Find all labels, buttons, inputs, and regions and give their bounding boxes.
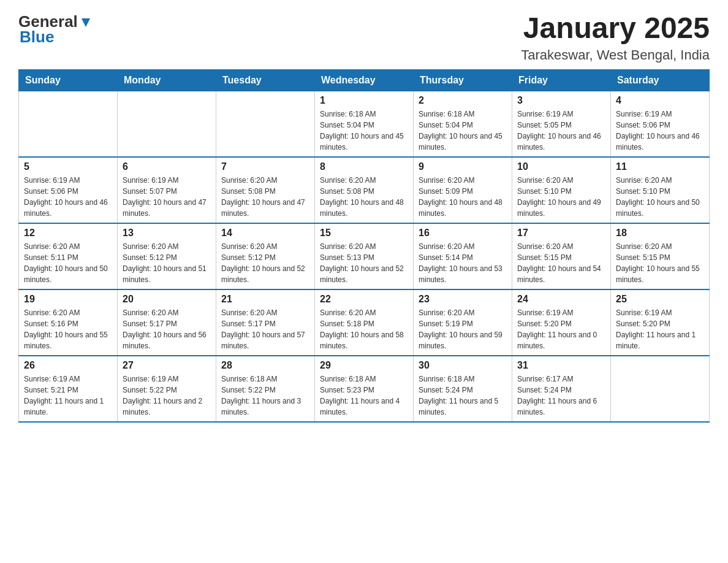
day-info: Sunrise: 6:20 AMSunset: 5:18 PMDaylight:… <box>320 307 408 351</box>
page-title: January 2025 <box>521 12 710 45</box>
day-number: 14 <box>221 228 309 239</box>
day-number: 10 <box>517 161 605 172</box>
calendar-cell: 23Sunrise: 6:20 AMSunset: 5:19 PMDayligh… <box>414 289 512 356</box>
calendar-cell: 20Sunrise: 6:20 AMSunset: 5:17 PMDayligh… <box>118 289 216 356</box>
day-number: 15 <box>320 228 408 239</box>
day-info: Sunrise: 6:20 AMSunset: 5:15 PMDaylight:… <box>517 241 605 285</box>
calendar-cell: 22Sunrise: 6:20 AMSunset: 5:18 PMDayligh… <box>315 289 414 356</box>
day-info: Sunrise: 6:19 AMSunset: 5:06 PMDaylight:… <box>24 175 112 219</box>
day-number: 28 <box>221 360 309 371</box>
day-info: Sunrise: 6:20 AMSunset: 5:10 PMDaylight:… <box>517 175 605 219</box>
day-info: Sunrise: 6:18 AMSunset: 5:22 PMDaylight:… <box>221 373 309 418</box>
svg-marker-0 <box>82 18 90 27</box>
day-number: 23 <box>419 294 507 305</box>
calendar-cell: 9Sunrise: 6:20 AMSunset: 5:09 PMDaylight… <box>414 157 512 223</box>
calendar-cell: 29Sunrise: 6:18 AMSunset: 5:23 PMDayligh… <box>315 356 414 422</box>
calendar-cell: 4Sunrise: 6:19 AMSunset: 5:06 PMDaylight… <box>611 91 710 157</box>
calendar-day-header: Thursday <box>414 69 512 91</box>
calendar-cell: 15Sunrise: 6:20 AMSunset: 5:13 PMDayligh… <box>315 223 414 289</box>
calendar-week-row: 1Sunrise: 6:18 AMSunset: 5:04 PMDaylight… <box>19 91 710 157</box>
day-info: Sunrise: 6:20 AMSunset: 5:10 PMDaylight:… <box>616 175 704 219</box>
day-info: Sunrise: 6:19 AMSunset: 5:21 PMDaylight:… <box>24 373 112 418</box>
calendar-cell: 17Sunrise: 6:20 AMSunset: 5:15 PMDayligh… <box>512 223 611 289</box>
day-number: 30 <box>419 360 507 371</box>
calendar-cell: 11Sunrise: 6:20 AMSunset: 5:10 PMDayligh… <box>611 157 710 223</box>
calendar-day-header: Wednesday <box>315 69 414 91</box>
calendar-cell <box>611 356 710 422</box>
day-number: 11 <box>616 161 704 172</box>
calendar-cell: 7Sunrise: 6:20 AMSunset: 5:08 PMDaylight… <box>216 157 315 223</box>
day-info: Sunrise: 6:20 AMSunset: 5:16 PMDaylight:… <box>24 307 112 351</box>
calendar-cell: 21Sunrise: 6:20 AMSunset: 5:17 PMDayligh… <box>216 289 315 356</box>
day-info: Sunrise: 6:20 AMSunset: 5:11 PMDaylight:… <box>24 241 112 285</box>
page-subtitle: Tarakeswar, West Bengal, India <box>521 47 710 63</box>
calendar-cell: 8Sunrise: 6:20 AMSunset: 5:08 PMDaylight… <box>315 157 414 223</box>
day-number: 18 <box>616 228 704 239</box>
calendar-week-row: 12Sunrise: 6:20 AMSunset: 5:11 PMDayligh… <box>19 223 710 289</box>
day-info: Sunrise: 6:18 AMSunset: 5:04 PMDaylight:… <box>419 109 507 153</box>
day-number: 9 <box>419 161 507 172</box>
calendar-header-row: SundayMondayTuesdayWednesdayThursdayFrid… <box>19 69 710 91</box>
day-info: Sunrise: 6:20 AMSunset: 5:08 PMDaylight:… <box>221 175 309 219</box>
day-info: Sunrise: 6:18 AMSunset: 5:24 PMDaylight:… <box>419 373 507 418</box>
calendar-cell: 12Sunrise: 6:20 AMSunset: 5:11 PMDayligh… <box>19 223 118 289</box>
day-number: 27 <box>123 360 211 371</box>
day-info: Sunrise: 6:20 AMSunset: 5:15 PMDaylight:… <box>616 241 704 285</box>
calendar-cell <box>19 91 118 157</box>
day-info: Sunrise: 6:19 AMSunset: 5:20 PMDaylight:… <box>616 307 704 351</box>
day-number: 2 <box>419 95 507 106</box>
day-number: 31 <box>517 360 605 371</box>
calendar-cell: 3Sunrise: 6:19 AMSunset: 5:05 PMDaylight… <box>512 91 611 157</box>
day-number: 1 <box>320 95 408 106</box>
day-info: Sunrise: 6:20 AMSunset: 5:08 PMDaylight:… <box>320 175 408 219</box>
day-info: Sunrise: 6:18 AMSunset: 5:23 PMDaylight:… <box>320 373 408 418</box>
calendar-cell: 18Sunrise: 6:20 AMSunset: 5:15 PMDayligh… <box>611 223 710 289</box>
day-info: Sunrise: 6:19 AMSunset: 5:07 PMDaylight:… <box>123 175 211 219</box>
calendar-cell: 16Sunrise: 6:20 AMSunset: 5:14 PMDayligh… <box>414 223 512 289</box>
day-info: Sunrise: 6:18 AMSunset: 5:04 PMDaylight:… <box>320 109 408 153</box>
day-number: 7 <box>221 161 309 172</box>
calendar-cell: 27Sunrise: 6:19 AMSunset: 5:22 PMDayligh… <box>118 356 216 422</box>
calendar-cell: 10Sunrise: 6:20 AMSunset: 5:10 PMDayligh… <box>512 157 611 223</box>
calendar-cell <box>216 91 315 157</box>
calendar-cell: 6Sunrise: 6:19 AMSunset: 5:07 PMDaylight… <box>118 157 216 223</box>
day-info: Sunrise: 6:20 AMSunset: 5:09 PMDaylight:… <box>419 175 507 219</box>
calendar-cell: 19Sunrise: 6:20 AMSunset: 5:16 PMDayligh… <box>19 289 118 356</box>
calendar-week-row: 19Sunrise: 6:20 AMSunset: 5:16 PMDayligh… <box>19 289 710 356</box>
title-block: January 2025 Tarakeswar, West Bengal, In… <box>521 12 710 63</box>
calendar-table: SundayMondayTuesdayWednesdayThursdayFrid… <box>18 69 710 423</box>
day-info: Sunrise: 6:19 AMSunset: 5:06 PMDaylight:… <box>616 109 704 153</box>
day-number: 16 <box>419 228 507 239</box>
calendar-cell <box>118 91 216 157</box>
calendar-cell: 2Sunrise: 6:18 AMSunset: 5:04 PMDaylight… <box>414 91 512 157</box>
day-number: 4 <box>616 95 704 106</box>
day-number: 25 <box>616 294 704 305</box>
calendar-cell: 26Sunrise: 6:19 AMSunset: 5:21 PMDayligh… <box>19 356 118 422</box>
day-number: 6 <box>123 161 211 172</box>
calendar-cell: 28Sunrise: 6:18 AMSunset: 5:22 PMDayligh… <box>216 356 315 422</box>
day-number: 24 <box>517 294 605 305</box>
calendar-cell: 13Sunrise: 6:20 AMSunset: 5:12 PMDayligh… <box>118 223 216 289</box>
day-number: 20 <box>123 294 211 305</box>
day-info: Sunrise: 6:20 AMSunset: 5:13 PMDaylight:… <box>320 241 408 285</box>
day-number: 3 <box>517 95 605 106</box>
calendar-cell: 31Sunrise: 6:17 AMSunset: 5:24 PMDayligh… <box>512 356 611 422</box>
logo-blue-text: Blue <box>20 28 54 47</box>
day-number: 5 <box>24 161 112 172</box>
day-number: 21 <box>221 294 309 305</box>
day-number: 29 <box>320 360 408 371</box>
day-number: 8 <box>320 161 408 172</box>
calendar-cell: 30Sunrise: 6:18 AMSunset: 5:24 PMDayligh… <box>414 356 512 422</box>
day-info: Sunrise: 6:20 AMSunset: 5:12 PMDaylight:… <box>221 241 309 285</box>
calendar-week-row: 26Sunrise: 6:19 AMSunset: 5:21 PMDayligh… <box>19 356 710 422</box>
day-info: Sunrise: 6:20 AMSunset: 5:14 PMDaylight:… <box>419 241 507 285</box>
day-info: Sunrise: 6:20 AMSunset: 5:19 PMDaylight:… <box>419 307 507 351</box>
logo-triangle-icon <box>79 16 93 29</box>
day-info: Sunrise: 6:19 AMSunset: 5:20 PMDaylight:… <box>517 307 605 351</box>
day-info: Sunrise: 6:19 AMSunset: 5:05 PMDaylight:… <box>517 109 605 153</box>
calendar-day-header: Saturday <box>611 69 710 91</box>
day-info: Sunrise: 6:20 AMSunset: 5:17 PMDaylight:… <box>221 307 309 351</box>
day-number: 17 <box>517 228 605 239</box>
day-number: 22 <box>320 294 408 305</box>
day-info: Sunrise: 6:20 AMSunset: 5:12 PMDaylight:… <box>123 241 211 285</box>
